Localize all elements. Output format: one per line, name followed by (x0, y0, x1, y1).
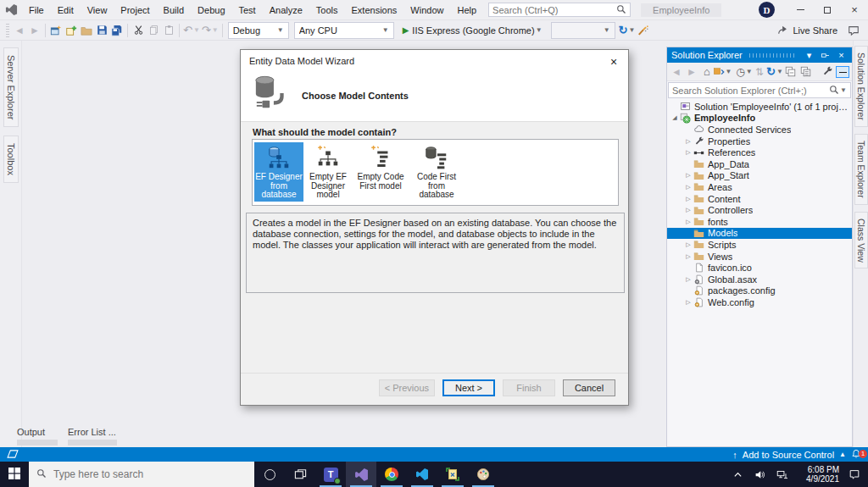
expander-collapsed-icon[interactable]: ▷ (684, 299, 693, 306)
expander-collapsed-icon[interactable]: ▷ (684, 219, 693, 225)
taskbar-clock[interactable]: 6:08 PM 4/9/2021 (793, 465, 843, 484)
sync-with-active-document-icon[interactable]: ⇅ (753, 64, 766, 80)
taskbar-app-visual-studio[interactable] (346, 462, 376, 487)
back-icon[interactable]: ◄ (12, 22, 27, 39)
menu-project[interactable]: Project (114, 3, 156, 17)
pin-icon[interactable] (819, 51, 832, 60)
option-ef-designer-from-database[interactable]: EF Designerfromdatabase (254, 142, 303, 202)
solution-explorer-title-bar[interactable]: Solution Explorer ▾ × (667, 47, 852, 63)
tree-item-solution-employeeinfo-1-of-1-project[interactable]: Solution 'EmployeeInfo' (1 of 1 project) (667, 101, 852, 113)
pending-changes-filter-icon[interactable]: ◷▼ (737, 64, 751, 80)
account-avatar[interactable]: D (759, 2, 775, 18)
undo-icon[interactable]: ↶▼ (182, 22, 201, 39)
tree-item-global-asax[interactable]: ▷Global.asax (667, 274, 852, 285)
cut-icon[interactable] (131, 22, 146, 39)
menu-window[interactable]: Window (403, 3, 450, 17)
expander-expanded-icon[interactable]: ◢ (670, 114, 679, 121)
chevron-up-icon[interactable] (727, 462, 748, 487)
send-feedback-icon[interactable] (846, 22, 861, 39)
tree-item-favicon-ico[interactable]: favicon.ico (667, 262, 852, 274)
solution-platform-dropdown[interactable]: Any CPU▼ (294, 22, 394, 39)
solution-configuration-dropdown[interactable]: Debug▼ (228, 22, 289, 39)
tree-item-web-config[interactable]: ▷Web.config (667, 296, 852, 308)
tool-window-tab-toolbox[interactable]: Toolbox (3, 136, 19, 183)
add-to-source-control-button[interactable]: Add to Source Control (743, 450, 834, 460)
option-code-first-from-database[interactable]: Code Firstfromdatabase (409, 142, 465, 202)
tool-window-tab-server-explorer[interactable]: Server Explorer (3, 47, 19, 127)
menu-test[interactable]: Test (232, 3, 263, 17)
menu-build[interactable]: Build (157, 3, 191, 17)
taskbar-app-paint[interactable] (468, 462, 498, 487)
speaker-icon[interactable] (749, 462, 770, 487)
expander-collapsed-icon[interactable]: ▷ (684, 276, 693, 283)
preview-selected-items-icon[interactable] (836, 64, 849, 80)
open-folder-icon[interactable] (79, 22, 94, 39)
tree-item-areas[interactable]: ▷Areas (667, 181, 852, 193)
option-empty-code-first-model[interactable]: Empty CodeFirst model (353, 142, 409, 192)
minimize-button[interactable] (787, 0, 814, 19)
option-empty-ef-designer-model[interactable]: Empty EFDesignermodel (303, 142, 353, 202)
solution-explorer-search-input[interactable] (672, 86, 829, 96)
add-item-icon[interactable] (64, 22, 79, 39)
menu-help[interactable]: Help (450, 3, 483, 17)
previous-button[interactable]: < Previous (379, 379, 435, 396)
taskbar-app-task-view[interactable] (285, 462, 315, 487)
solution-explorer-search-box[interactable]: ▼ (668, 82, 851, 98)
expander-collapsed-icon[interactable]: ▷ (684, 207, 693, 213)
expander-collapsed-icon[interactable]: ▷ (684, 196, 693, 202)
copy-icon[interactable] (146, 22, 161, 39)
save-icon[interactable] (94, 22, 109, 39)
network-icon[interactable] (771, 462, 792, 487)
menu-extensions[interactable]: Extensions (345, 3, 404, 17)
tree-item-employeeinfo[interactable]: ◢EmployeeInfo (667, 113, 852, 125)
tree-item-app-data[interactable]: App_Data (667, 158, 852, 170)
switch-views-icon[interactable]: ▼ (715, 64, 729, 80)
tree-item-connected-services[interactable]: Connected Services (667, 124, 852, 136)
tree-item-references[interactable]: ▷References (667, 147, 852, 158)
paste-icon[interactable] (161, 22, 176, 39)
taskbar-search-box[interactable] (29, 462, 254, 487)
save-all-icon[interactable] (109, 22, 125, 39)
toolbar-grip[interactable] (6, 24, 9, 37)
action-center-icon[interactable] (844, 462, 865, 487)
refresh-icon[interactable]: ↻▼ (768, 64, 782, 80)
properties-icon[interactable] (821, 64, 834, 80)
quick-search-input[interactable] (492, 5, 616, 15)
close-button[interactable]: × (841, 0, 868, 19)
restore-window-icon[interactable] (7, 450, 19, 460)
refresh-icon[interactable]: ↻▼ (618, 22, 637, 39)
tree-item-controllers[interactable]: ▷Controllers (667, 204, 852, 216)
empty-dropdown[interactable]: ▼ (551, 22, 615, 39)
close-icon[interactable]: × (835, 50, 848, 60)
notifications-button[interactable]: 1 (851, 449, 861, 461)
taskbar-app-chrome[interactable] (376, 462, 407, 487)
taskbar-app-snip-tool[interactable] (437, 462, 468, 487)
expander-collapsed-icon[interactable]: ▷ (684, 172, 693, 179)
dialog-close-button[interactable]: × (606, 54, 621, 69)
tool-window-tab-team-explorer[interactable]: Team Explorer (854, 134, 868, 205)
new-project-icon[interactable] (48, 22, 64, 39)
next-button[interactable]: Next > (442, 379, 495, 396)
taskbar-app-teams[interactable]: T (315, 462, 346, 487)
tree-item-models[interactable]: Models (667, 228, 852, 240)
tree-item-app-start[interactable]: ▷App_Start (667, 170, 852, 182)
finish-button[interactable]: Finish (503, 379, 555, 396)
taskbar-search-input[interactable] (53, 468, 247, 480)
taskbar-app-vscode[interactable] (407, 462, 437, 487)
code-cleanup-icon[interactable] (636, 22, 651, 39)
tree-item-fonts[interactable]: ▷fonts (667, 216, 852, 228)
tree-item-views[interactable]: ▷Views (667, 251, 852, 263)
tree-item-properties[interactable]: ▷Properties (667, 136, 852, 147)
window-position-icon[interactable]: ▾ (803, 50, 815, 61)
tool-window-tab-class-view[interactable]: Class View (854, 212, 868, 269)
start-button[interactable] (0, 462, 29, 487)
back-icon[interactable]: ◄ (670, 64, 683, 80)
menu-debug[interactable]: Debug (191, 3, 231, 17)
expander-collapsed-icon[interactable]: ▷ (684, 241, 693, 248)
expander-collapsed-icon[interactable]: ▷ (684, 184, 693, 191)
menu-analyze[interactable]: Analyze (263, 3, 309, 17)
forward-icon[interactable]: ► (27, 22, 42, 39)
menu-file[interactable]: File (22, 3, 51, 17)
expander-collapsed-icon[interactable]: ▷ (684, 253, 693, 260)
dock-tab-output[interactable]: Output (17, 427, 58, 445)
